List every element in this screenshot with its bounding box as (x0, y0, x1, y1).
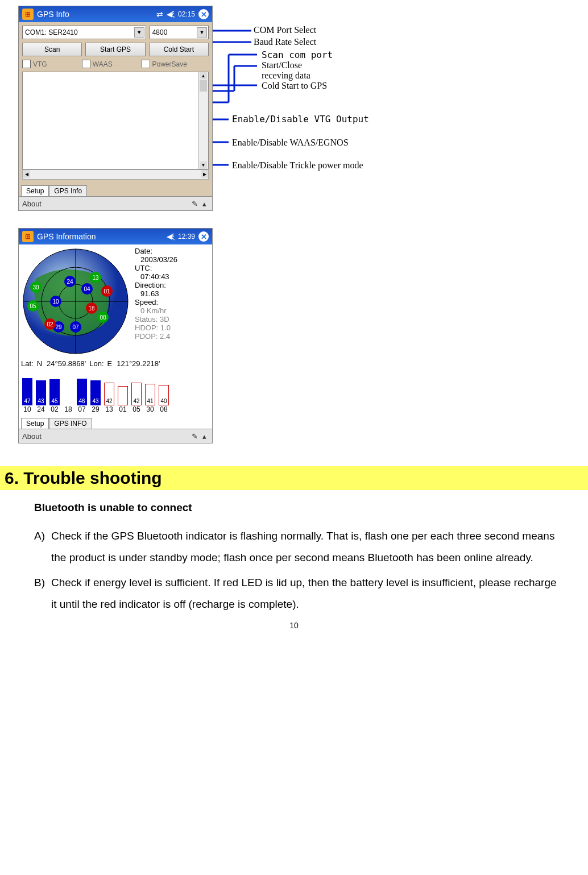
tabs-2: Setup GPS INFO (19, 416, 212, 429)
signal-bar: 40 (159, 385, 169, 405)
satellite-id: 13 (104, 405, 114, 413)
svg-text:07: 07 (72, 324, 79, 330)
baud-value: 4800 (152, 28, 168, 36)
list-marker-b: B) (34, 572, 51, 615)
lat-lon-row: Lat: N 24°59.8868' Lon: E 121°29.2218' (19, 358, 212, 369)
lat-label: Lat: (21, 359, 34, 368)
clock-2: 12:39 (178, 233, 195, 240)
tab-setup-2[interactable]: Setup (21, 418, 49, 429)
signal-bars: 474345464342424140 (19, 369, 212, 405)
satellite-id: 02 (49, 405, 60, 413)
close-icon[interactable]: ✕ (198, 231, 209, 242)
scroll-left-icon[interactable]: ◀ (23, 170, 30, 178)
start-icon[interactable]: ⊞ (22, 9, 34, 20)
callout-baud: Baud Rate Select (254, 37, 316, 47)
signal-bar: 45 (49, 379, 60, 405)
callout-vtg: Enable/Disable VTG Output (232, 114, 369, 125)
speed-label: Speed: (135, 298, 210, 306)
date-label: Date: (135, 247, 210, 255)
callout-com-port: COM Port Select (254, 25, 316, 35)
svg-text:30: 30 (32, 284, 39, 291)
satellite-id: 10 (22, 405, 32, 413)
lon-hemi: E (106, 359, 114, 368)
powersave-checkbox[interactable]: PowerSave (142, 60, 209, 68)
signal-bar: 43 (90, 380, 101, 405)
tabs-1: Setup GPS Info (19, 183, 212, 196)
svg-text:10: 10 (52, 298, 59, 305)
about-menu[interactable]: About (22, 200, 42, 208)
window-title-2: GPS Information (37, 232, 96, 241)
connectivity-icon[interactable]: ⇄ (156, 10, 163, 19)
lat-hemi: N (36, 359, 43, 368)
baud-select[interactable]: 4800▼ (150, 26, 209, 39)
hdop-value: 1.0 (160, 324, 171, 332)
waas-checkbox[interactable]: WAAS (82, 60, 138, 68)
tab-gps-info-2[interactable]: GPS INFO (49, 418, 92, 429)
scroll-down-icon[interactable]: ▼ (200, 161, 207, 169)
signal-bar: 41 (145, 384, 155, 405)
about-menu-2[interactable]: About (22, 432, 42, 441)
close-icon[interactable]: ✕ (198, 9, 209, 19)
chevron-down-icon: ▼ (197, 27, 207, 38)
svg-text:05: 05 (30, 303, 36, 309)
sound-icon[interactable]: ◀ξ (167, 10, 175, 18)
start-gps-button[interactable]: Start GPS (85, 43, 145, 56)
body-text: A) Check if the GPS Bluetooth indicator … (34, 525, 560, 615)
svg-text:01: 01 (103, 288, 110, 295)
window-title-1: GPS Info (37, 10, 69, 19)
list-marker-a: A) (34, 525, 51, 569)
sound-icon[interactable]: ◀ξ (167, 233, 175, 240)
start-icon[interactable]: ⊞ (22, 231, 34, 242)
signal-bar: 46 (77, 379, 87, 405)
bottombar-1: About ✎ ▴ (19, 196, 212, 210)
svg-text:02: 02 (47, 321, 53, 327)
vtg-checkbox[interactable]: VTG (22, 60, 78, 68)
up-arrow-icon[interactable]: ▴ (200, 200, 209, 208)
scroll-right-icon[interactable]: ▶ (201, 170, 208, 178)
keyboard-icon[interactable]: ✎ (189, 200, 200, 208)
status-label: Status: (135, 315, 158, 324)
utc-label: UTC: (135, 264, 210, 272)
signal-bar: 43 (36, 380, 46, 405)
date-value: 2003/03/26 (135, 255, 210, 264)
signal-bar (118, 386, 128, 405)
lon-label: Lon: (89, 359, 103, 368)
checkbox-icon (22, 60, 31, 68)
com-port-select[interactable]: COM1: SER2410▼ (22, 26, 146, 39)
svg-text:24: 24 (67, 279, 73, 285)
satellite-id: 01 (118, 405, 128, 413)
lon-value: 121°29.2218' (115, 359, 161, 368)
satellite-id: 18 (63, 405, 73, 413)
callout-powersave: Enable/Disable Trickle power mode (232, 160, 363, 171)
scroll-thumb[interactable] (200, 80, 207, 92)
direction-label: Direction: (135, 281, 210, 289)
pdop-label: PDOP: (135, 332, 158, 341)
list-item-b: Check if energy level is sufficient. If … (51, 572, 560, 615)
keyboard-icon[interactable]: ✎ (189, 432, 200, 441)
speed-value: 0 Km/hr (135, 306, 210, 315)
svg-text:04: 04 (84, 286, 90, 292)
gps-information-screenshot: ⊞ GPS Information ◀ξ 12:39 ✕ (18, 228, 565, 443)
output-textarea[interactable]: ▲ ▼ (22, 72, 209, 169)
cold-start-button[interactable]: Cold Start (149, 43, 209, 56)
checkbox-icon (82, 60, 90, 68)
satellite-id: 24 (36, 405, 46, 413)
callout-cold: Cold Start to GPS (262, 81, 327, 91)
scroll-up-icon[interactable]: ▲ (200, 72, 207, 80)
horizontal-scrollbar[interactable]: ◀▶ (22, 169, 209, 180)
tab-gps-info[interactable]: GPS Info (49, 185, 87, 196)
titlebar-2: ⊞ GPS Information ◀ξ 12:39 ✕ (19, 229, 212, 244)
utc-value: 07:40:43 (135, 272, 210, 281)
clock-1: 02:15 (178, 10, 195, 18)
bottombar-2: About ✎ ▴ (19, 429, 212, 443)
com-port-value: COM1: SER2410 (25, 28, 78, 36)
lat-value: 24°59.8868' (45, 359, 87, 368)
tab-setup[interactable]: Setup (21, 185, 49, 196)
page-number: 10 (23, 621, 565, 630)
titlebar-1: ⊞ GPS Info ⇄ ◀ξ 02:15 ✕ (19, 6, 212, 22)
vertical-scrollbar[interactable]: ▲ ▼ (198, 72, 208, 169)
scan-button[interactable]: Scan (22, 43, 82, 56)
up-arrow-icon[interactable]: ▴ (200, 432, 209, 441)
satellite-id: 07 (77, 405, 87, 413)
satellite-id: 29 (90, 405, 101, 413)
